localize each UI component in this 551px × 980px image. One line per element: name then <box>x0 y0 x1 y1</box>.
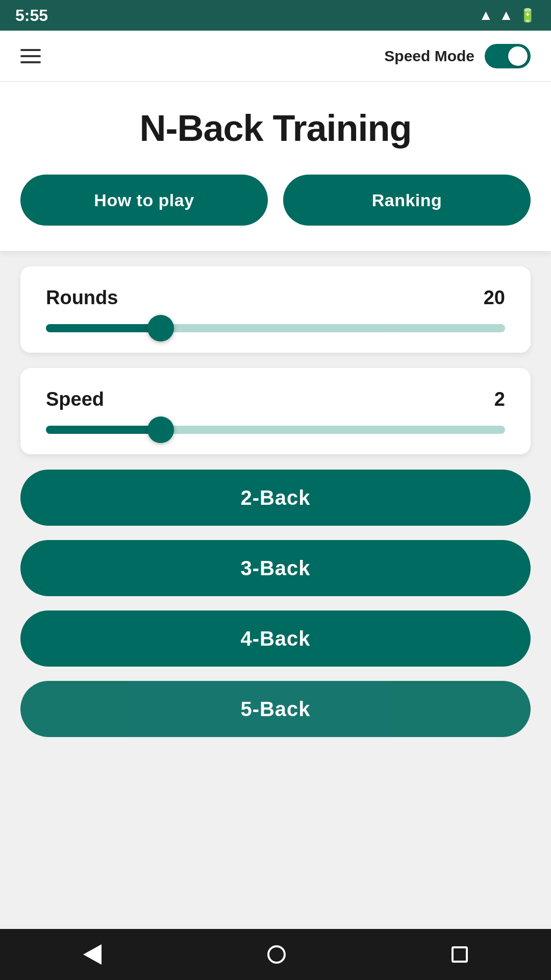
speed-slider-card: Speed 2 <box>20 368 531 454</box>
nav-recents-button[interactable] <box>452 946 468 963</box>
top-bar: Speed Mode <box>0 31 551 82</box>
nav-back-button[interactable] <box>83 944 102 965</box>
four-back-button[interactable]: 4-Back <box>20 610 531 667</box>
rounds-ticks <box>46 324 505 332</box>
how-to-play-button[interactable]: How to play <box>20 175 268 226</box>
speed-slider-track-container[interactable] <box>46 426 505 434</box>
wifi-icon: ▲ <box>479 7 493 23</box>
rounds-slider-header: Rounds 20 <box>46 287 505 309</box>
status-time: 5:55 <box>15 6 48 25</box>
two-back-button[interactable]: 2-Back <box>20 470 531 526</box>
signal-icon: ▲ <box>499 7 513 23</box>
speed-slider-thumb[interactable] <box>147 416 174 443</box>
header-buttons: How to play Ranking <box>20 175 531 226</box>
hamburger-line-2 <box>20 55 41 57</box>
status-icons: ▲ ▲ 🔋 <box>479 7 536 23</box>
rounds-label: Rounds <box>46 287 118 309</box>
speed-value: 2 <box>494 388 505 410</box>
speed-mode-toggle[interactable] <box>485 44 531 68</box>
rounds-tick-mid <box>273 326 278 330</box>
back-arrow-icon <box>83 944 102 965</box>
speed-tick-mid <box>273 428 278 432</box>
rounds-tick-3q <box>388 326 392 330</box>
toggle-thumb <box>508 46 528 66</box>
status-bar: 5:55 ▲ ▲ 🔋 <box>0 0 551 31</box>
hamburger-menu-button[interactable] <box>20 49 41 63</box>
header-card: N-Back Training How to play Ranking <box>0 82 551 251</box>
ranking-button[interactable]: Ranking <box>283 175 531 226</box>
hamburger-line-3 <box>20 61 41 63</box>
three-back-button[interactable]: 3-Back <box>20 540 531 596</box>
hamburger-line-1 <box>20 49 41 51</box>
main-content: N-Back Training How to play Ranking Roun… <box>0 82 551 929</box>
speed-label: Speed <box>46 388 104 410</box>
rounds-slider-card: Rounds 20 <box>20 266 531 353</box>
nav-bar <box>0 929 551 980</box>
rounds-value: 20 <box>484 287 505 309</box>
battery-icon: 🔋 <box>519 8 536 23</box>
rounds-slider-track-container[interactable] <box>46 324 505 332</box>
speed-mode-container: Speed Mode <box>384 44 531 68</box>
recents-square-icon <box>452 946 468 963</box>
five-back-button[interactable]: 5-Back <box>20 681 531 737</box>
speed-ticks <box>46 426 505 434</box>
home-circle-icon <box>267 945 286 964</box>
rounds-slider-thumb[interactable] <box>147 315 174 341</box>
speed-tick-3q <box>388 428 392 432</box>
sliders-section: Rounds 20 Speed 2 <box>0 266 551 454</box>
speed-slider-header: Speed 2 <box>46 388 505 410</box>
back-buttons-section: 2-Back 3-Back 4-Back 5-Back <box>0 454 551 752</box>
nav-home-button[interactable] <box>267 945 286 964</box>
speed-mode-label: Speed Mode <box>384 47 474 65</box>
app-title: N-Back Training <box>20 107 531 149</box>
